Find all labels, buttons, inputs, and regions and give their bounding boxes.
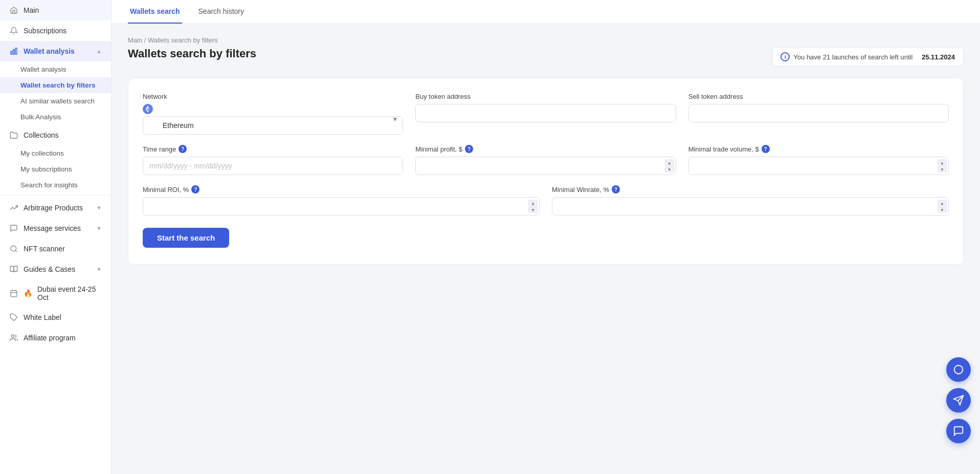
sidebar-item-dubai-label: 🔥 [24, 289, 32, 297]
sidebar-item-subscriptions-label: Subscriptions [24, 27, 66, 35]
min-profit-down-btn[interactable]: ▼ [665, 166, 674, 173]
sidebar-item-guides[interactable]: Guides & Cases ▼ [0, 259, 111, 279]
sidebar-sub-wallet-search-filters[interactable]: Wallet search by filters [0, 77, 111, 93]
min-profit-field: Minimal profit, $ ? ▲ ▼ [415, 145, 676, 175]
sidebar-sub-wallet-search-label: Wallet search by filters [20, 81, 96, 89]
min-winrate-down-btn[interactable]: ▼ [938, 207, 947, 213]
start-search-button[interactable]: Start the search [143, 228, 229, 248]
message-services-icon [9, 224, 18, 233]
min-roi-input[interactable] [143, 197, 540, 216]
time-range-help-icon[interactable]: ? [179, 145, 187, 153]
sidebar-item-wallet-analysis[interactable]: Wallet analysis ▲ [0, 41, 111, 61]
sidebar-item-main-label: Main [24, 6, 39, 14]
svg-point-3 [11, 246, 16, 251]
tab-wallets-search[interactable]: Wallets search [128, 0, 182, 24]
network-select[interactable]: Ethereum BSC Polygon [143, 116, 403, 135]
min-winrate-field: Minimal Winrate, % ? ▲ ▼ [552, 185, 949, 216]
info-icon: i [781, 52, 790, 61]
sidebar-item-message-services-label: Message services [24, 224, 81, 232]
float-telegram-icon[interactable] [946, 388, 971, 413]
chevron-up-icon: ▲ [96, 48, 102, 54]
sidebar-item-nft-scanner[interactable]: NFT scanner [0, 239, 111, 259]
launches-text: You have 21 launches of search left unti… [793, 53, 912, 61]
chevron-down-icon-messages: ▼ [96, 225, 102, 231]
arbitrage-icon [9, 203, 18, 212]
min-winrate-label: Minimal Winrate, % ? [552, 185, 949, 193]
sidebar-sub-my-subscriptions[interactable]: My subscriptions [0, 161, 111, 177]
min-winrate-up-btn[interactable]: ▲ [938, 200, 947, 206]
ethereum-icon [143, 104, 153, 114]
buy-token-input[interactable] [415, 104, 676, 122]
sidebar-item-subscriptions[interactable]: Subscriptions [0, 20, 111, 41]
svg-rect-5 [11, 291, 17, 297]
min-winrate-help-icon[interactable]: ? [612, 185, 620, 193]
sell-token-input[interactable] [688, 104, 949, 122]
min-profit-spinner: ▲ ▼ [415, 157, 676, 175]
dubai-icon [9, 289, 18, 298]
min-profit-help-icon[interactable]: ? [465, 145, 473, 153]
time-range-label: Time range ? [143, 145, 403, 153]
tab-wallets-search-label: Wallets search [130, 7, 180, 15]
form-row-2: Time range ? Minimal profit, $ ? ▲ ▼ [143, 145, 949, 175]
content-area: Main / Wallets search by filters Wallets… [112, 24, 980, 474]
breadcrumb: Main / Wallets search by filters [128, 36, 964, 44]
sidebar-item-dubai[interactable]: 🔥 Dubai event 24-25 Oct [0, 279, 111, 307]
sidebar-item-affiliate[interactable]: Affiliate program [0, 328, 111, 348]
min-roi-spinner: ▲ ▼ [143, 197, 540, 216]
sidebar-item-message-services[interactable]: Message services ▼ [0, 218, 111, 239]
tab-search-history-label: Search history [198, 7, 244, 15]
home-icon [9, 6, 18, 15]
white-label-icon [9, 313, 18, 322]
sell-token-field: Sell token address [688, 93, 949, 135]
min-trade-help-icon[interactable]: ? [762, 145, 770, 153]
min-roi-field: Minimal ROI, % ? ▲ ▼ [143, 185, 540, 216]
network-select-wrapper: Ethereum BSC Polygon ▼ [143, 104, 403, 135]
sidebar: Main Subscriptions Wallet analysis ▲ Wal… [0, 0, 112, 474]
sidebar-item-collections[interactable]: Collections [0, 125, 111, 145]
breadcrumb-parent: Main [128, 36, 142, 44]
sidebar-item-white-label[interactable]: White Label [0, 307, 111, 328]
form-row-3: Minimal ROI, % ? ▲ ▼ Minimal Winrate, % [143, 185, 949, 216]
sidebar-sub-my-collections[interactable]: My collections [0, 145, 111, 161]
sidebar-item-collections-label: Collections [24, 131, 58, 139]
svg-rect-1 [13, 50, 15, 54]
guides-icon [9, 265, 18, 274]
time-range-input[interactable] [143, 157, 403, 175]
affiliate-icon [9, 333, 18, 342]
min-trade-up-btn[interactable]: ▲ [938, 160, 947, 166]
tab-search-history[interactable]: Search history [196, 0, 246, 24]
sidebar-sub-wallet-analysis[interactable]: Wallet analysis [0, 61, 111, 77]
sidebar-sub-bulk-analysis[interactable]: Bulk Analysis [0, 109, 111, 125]
network-label: Network [143, 93, 403, 100]
form-card: Network Ethereum [128, 78, 964, 265]
sidebar-item-affiliate-label: Affiliate program [24, 334, 76, 342]
min-profit-up-btn[interactable]: ▲ [665, 160, 674, 166]
sidebar-item-main[interactable]: Main [0, 0, 111, 20]
min-trade-input[interactable] [688, 157, 949, 175]
min-trade-spinner-btns: ▲ ▼ [938, 160, 947, 173]
sidebar-item-arbitrage-label: Arbitrage Products [24, 204, 83, 212]
min-roi-up-btn[interactable]: ▲ [528, 200, 538, 206]
min-roi-label: Minimal ROI, % ? [143, 185, 540, 193]
form-row-1: Network Ethereum [143, 93, 949, 135]
sidebar-sub-wallet-analysis-label: Wallet analysis [20, 66, 66, 73]
min-profit-label: Minimal profit, $ ? [415, 145, 676, 153]
min-roi-help-icon[interactable]: ? [191, 185, 199, 193]
min-profit-input[interactable] [415, 157, 676, 175]
sidebar-item-nft-scanner-label: NFT scanner [24, 245, 65, 253]
svg-line-4 [15, 250, 17, 252]
min-roi-down-btn[interactable]: ▼ [528, 207, 538, 213]
svg-rect-0 [11, 51, 12, 54]
float-message-icon[interactable] [946, 419, 971, 443]
float-buttons [946, 357, 971, 443]
min-trade-down-btn[interactable]: ▼ [938, 166, 947, 173]
float-chat-icon[interactable] [946, 357, 971, 382]
sidebar-item-arbitrage[interactable]: Arbitrage Products ▼ [0, 198, 111, 218]
svg-rect-2 [15, 48, 17, 54]
min-winrate-input[interactable] [552, 197, 949, 216]
sidebar-sub-ai-similar[interactable]: AI similar wallets search [0, 93, 111, 109]
launches-date: 25.11.2024 [922, 53, 955, 61]
min-trade-field: Minimal trade volume, $ ? ▲ ▼ [688, 145, 949, 175]
sidebar-item-white-label-label: White Label [24, 313, 61, 321]
sidebar-sub-search-insights[interactable]: Search for insights [0, 177, 111, 193]
